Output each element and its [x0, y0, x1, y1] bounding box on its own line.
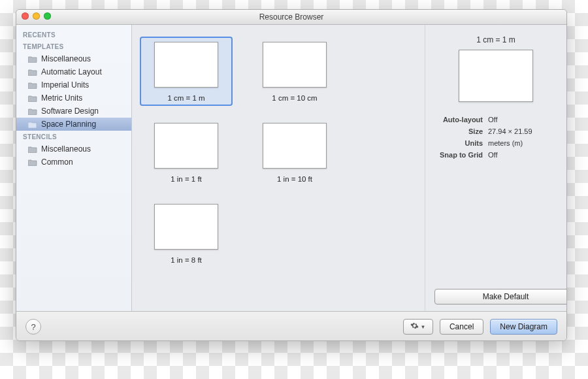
sidebar-item-automatic-layout[interactable]: Automatic Layout — [16, 65, 131, 78]
resource-browser-window: Resource Browser RECENTS TEMPLATES Misce… — [16, 9, 567, 341]
prop-value: meters (m) — [488, 139, 557, 147]
detail-title: 1 cm = 1 m — [434, 35, 557, 44]
template-thumbnail — [154, 204, 218, 250]
prop-value: Off — [488, 151, 557, 159]
template-label: 1 in = 10 ft — [277, 175, 312, 183]
help-icon: ? — [31, 322, 35, 332]
window-title: Resource Browser — [259, 12, 324, 22]
template-item[interactable]: 1 cm = 10 cm — [248, 37, 341, 106]
sidebar-item-label: Automatic Layout — [41, 67, 102, 76]
sidebar: RECENTS TEMPLATES Miscellaneous Automati… — [16, 25, 132, 311]
minimize-icon[interactable] — [33, 12, 40, 20]
sidebar-item-metric-units[interactable]: Metric Units — [16, 91, 131, 105]
sidebar-item-label: Common — [41, 157, 73, 167]
sidebar-item-stencils-common[interactable]: Common — [16, 156, 131, 169]
detail-thumbnail — [459, 50, 533, 102]
template-thumbnail — [154, 42, 218, 88]
close-icon[interactable] — [22, 12, 29, 20]
make-default-button[interactable]: Make Default — [434, 289, 567, 305]
prop-label: Snap to Grid — [434, 151, 483, 159]
detail-pane: 1 cm = 1 m Auto-layout Off Size 27.94 × … — [425, 25, 566, 311]
actions-menu-button[interactable]: ▼ — [403, 319, 433, 335]
sidebar-heading-recents: RECENTS — [16, 29, 131, 41]
sidebar-item-label: Imperial Units — [41, 80, 89, 90]
sidebar-item-imperial-units[interactable]: Imperial Units — [16, 78, 131, 91]
template-thumbnail — [263, 123, 327, 169]
sidebar-item-label: Space Planning — [41, 120, 96, 129]
folder-icon — [28, 146, 37, 153]
template-item[interactable]: 1 in = 8 ft — [140, 199, 233, 268]
folder-icon — [28, 82, 37, 89]
sidebar-item-stencils-misc[interactable]: Miscellaneous — [16, 142, 131, 156]
template-label: 1 cm = 1 m — [167, 94, 204, 102]
template-grid: 1 cm = 1 m 1 cm = 10 cm 1 in = 1 ft 1 in… — [132, 25, 425, 311]
prop-label: Size — [434, 127, 483, 135]
template-thumbnail — [154, 123, 218, 169]
template-item[interactable]: 1 cm = 1 m — [140, 37, 233, 106]
zoom-icon[interactable] — [44, 12, 51, 20]
sidebar-item-label: Miscellaneous — [41, 54, 91, 63]
sidebar-item-miscellaneous[interactable]: Miscellaneous — [16, 52, 131, 65]
template-label: 1 in = 1 ft — [171, 175, 202, 183]
prop-label: Units — [434, 139, 483, 147]
folder-icon — [28, 69, 37, 76]
prop-label: Auto-layout — [434, 116, 483, 124]
main-area: 1 cm = 1 m 1 cm = 10 cm 1 in = 1 ft 1 in… — [132, 25, 566, 311]
template-item[interactable]: 1 in = 10 ft — [248, 118, 341, 187]
footer: ? ▼ Cancel New Diagram — [16, 311, 566, 341]
template-thumbnail — [263, 42, 327, 88]
sidebar-heading-templates: TEMPLATES — [16, 41, 131, 52]
gear-icon — [410, 321, 419, 332]
sidebar-item-space-planning[interactable]: Space Planning — [16, 118, 131, 131]
chevron-down-icon: ▼ — [420, 324, 425, 330]
button-label: New Diagram — [500, 322, 547, 331]
sidebar-item-label: Software Design — [41, 107, 99, 116]
prop-value: 27.94 × 21.59 — [488, 127, 557, 135]
sidebar-heading-stencils: STENCILS — [16, 131, 131, 142]
folder-icon — [28, 56, 37, 63]
button-label: Cancel — [449, 322, 474, 331]
sidebar-item-software-design[interactable]: Software Design — [16, 105, 131, 118]
titlebar: Resource Browser — [16, 10, 566, 25]
prop-value: Off — [488, 116, 557, 124]
sidebar-item-label: Metric Units — [41, 93, 82, 103]
template-label: 1 in = 8 ft — [171, 256, 202, 264]
prop-snap-to-grid: Snap to Grid Off — [434, 149, 557, 161]
template-item[interactable]: 1 in = 1 ft — [140, 118, 233, 187]
sidebar-item-label: Miscellaneous — [41, 144, 91, 154]
folder-icon — [28, 108, 37, 115]
folder-icon — [28, 159, 37, 166]
folder-icon — [28, 121, 37, 128]
new-diagram-button[interactable]: New Diagram — [490, 319, 557, 335]
folder-icon — [28, 95, 37, 102]
help-button[interactable]: ? — [25, 319, 41, 335]
prop-auto-layout: Auto-layout Off — [434, 114, 557, 125]
template-label: 1 cm = 10 cm — [272, 94, 317, 102]
prop-size: Size 27.94 × 21.59 — [434, 125, 557, 137]
prop-units: Units meters (m) — [434, 137, 557, 149]
cancel-button[interactable]: Cancel — [440, 319, 483, 335]
window-controls — [22, 12, 51, 20]
button-label: Make Default — [483, 292, 529, 301]
